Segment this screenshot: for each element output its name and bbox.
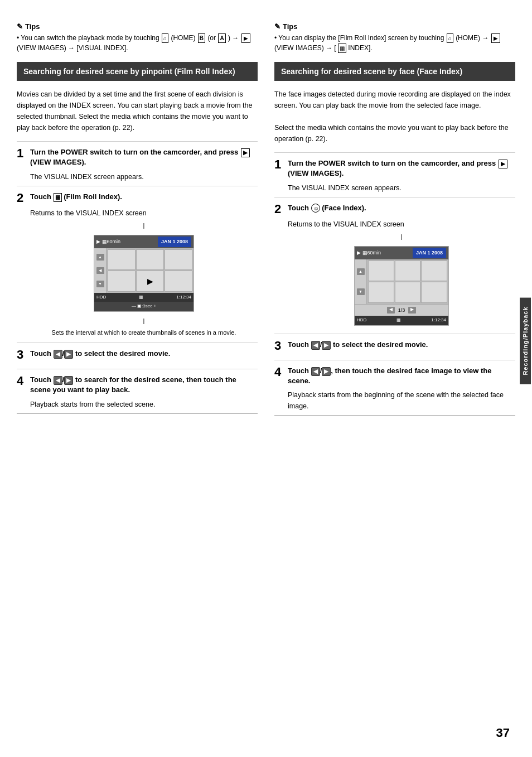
left-step-4: 4 Touch ◀/▶ to search for the desired sc…: [17, 369, 258, 413]
right-step-2: 2 Touch ☺ (Face Index). Returns to the V…: [274, 197, 515, 334]
screen-content-left: ▲ ◀ ▼ ▶: [94, 248, 194, 293]
left-step2-header: 2 Touch ▦ (Film Roll Index).: [17, 186, 258, 208]
face-screen-bottom: HDD ▦ 1:12:34: [355, 316, 448, 325]
left-section-body: Movies can be divided by a set time and …: [17, 89, 258, 133]
play-icon-left: ▶: [241, 33, 250, 43]
right-prev-scene-icon: ◀: [311, 367, 320, 376]
next-movie-icon: ▶: [64, 350, 73, 359]
face-index-screen: ▶ ▦60min JAN 1 2008 ▲ ▼: [354, 246, 449, 326]
face-nav-prev: ◀: [387, 307, 395, 314]
screen-main-left: ▶: [107, 248, 194, 293]
step1-body-left: The VISUAL INDEX screen appears.: [17, 171, 258, 186]
prev-movie-icon: ◀: [54, 350, 62, 359]
sidebar-down: ▼: [96, 281, 104, 287]
left-section-header: Searching for desired scene by pinpoint …: [17, 62, 258, 81]
film-roll-screen: ▶ ▦60min JAN 1 2008 ▲ ◀ ▼: [94, 235, 194, 312]
face-thumb-2: [395, 261, 421, 282]
a-icon: A: [218, 33, 225, 43]
step4-body-left: Playback starts from the selected scene.: [17, 399, 258, 413]
view-images-icon-1: ▶: [241, 148, 250, 157]
sidebar-up: ▲: [96, 254, 104, 261]
step4-title-left: Touch ◀/▶ to search for the desired scen…: [30, 375, 258, 395]
face-diagram-arrow-top: |: [288, 232, 515, 242]
right-step-3: 3 Touch ◀/▶ to select the desired movie.: [274, 334, 515, 355]
left-tip-text: • You can switch the playback mode by to…: [17, 33, 258, 53]
play-icon-right: ▶: [491, 33, 500, 43]
side-label-wrapper: Recording/Playback: [520, 297, 532, 384]
tip-icon-left: ✎: [17, 22, 23, 31]
film-roll-icon: ▦: [54, 193, 62, 202]
face-nav-page: 1/3: [398, 306, 405, 314]
step1-title-left: Turn the POWER switch to turn on the cam…: [30, 147, 258, 167]
left-step-1: 1 Turn the POWER switch to turn on the c…: [17, 141, 258, 185]
screen-top-bar-left: ▶ ▦60min JAN 1 2008: [94, 235, 194, 248]
step2-body-right: Returns to the VISUAL INDEX screen | ▶ ▦…: [274, 219, 515, 334]
face-screen-main: [367, 259, 448, 304]
left-step1-header: 1 Turn the POWER switch to turn on the c…: [17, 141, 258, 171]
right-step-4: 4 Touch ◀/▶, then touch the desired face…: [274, 360, 515, 416]
step3-title-right: Touch ◀/▶ to select the desired movie.: [288, 340, 428, 350]
step4-num-right: 4: [274, 366, 284, 378]
step1-num-right: 1: [274, 158, 284, 171]
thumb-play: ▶: [136, 271, 164, 292]
diagram-label-left: Sets the interval at which to create thu…: [30, 329, 258, 337]
face-thumb-3: [421, 261, 447, 282]
face-index-diagram: | ▶ ▦60min JAN 1 2008 ▲ ▼: [288, 232, 515, 326]
left-tip-section: ✎ Tips • You can switch the playback mod…: [17, 22, 258, 53]
left-tip-label: Tips: [25, 22, 40, 31]
screen-controls-left: — ▣:3sec +: [94, 302, 194, 311]
right-column: ✎ Tips • You can display the [Film Roll …: [274, 22, 515, 416]
step2-num-left: 2: [17, 192, 27, 204]
diagram-arrow-top: |: [30, 221, 258, 231]
face-screen-content: ▲ ▼: [355, 259, 448, 304]
left-step4-header: 4 Touch ◀/▶ to search for the desired sc…: [17, 369, 258, 398]
thumb-3: [165, 249, 192, 271]
face-screen-nav: ◀ 1/3 ▶: [355, 304, 448, 316]
face-thumb-1: [368, 261, 394, 282]
b-icon: B: [198, 33, 205, 43]
sidebar-left: ◀: [96, 267, 104, 274]
right-next-scene-icon: ▶: [322, 367, 331, 376]
face-index-icon-tip: ▦: [338, 44, 346, 53]
step2-title-right: Touch ☺ (Face Index).: [288, 203, 366, 213]
right-step-1: 1 Turn the POWER switch to turn on the c…: [274, 152, 515, 196]
step2-body-left: Returns to the VISUAL INDEX screen | ▶ ▦…: [17, 208, 258, 343]
right-next-movie-icon: ▶: [322, 341, 331, 350]
face-thumb-6: [421, 282, 447, 303]
step1-body-right: The VISUAL INDEX screen appears.: [274, 182, 515, 197]
thumb-4: [108, 271, 136, 292]
right-step4-header: 4 Touch ◀/▶, then touch the desired face…: [274, 360, 515, 389]
step2-num-right: 2: [274, 203, 284, 215]
side-label: Recording/Playback: [520, 297, 531, 384]
next-scene-icon: ▶: [64, 376, 73, 385]
screen-top-bar-right: ▶ ▦60min JAN 1 2008: [355, 247, 448, 259]
home-icon-right: ⌂: [447, 33, 453, 43]
screen-sidebar-left: ▲ ◀ ▼: [94, 248, 107, 293]
prev-scene-icon: ◀: [54, 376, 62, 385]
right-prev-movie-icon: ◀: [311, 341, 320, 350]
face-icon: ☺: [311, 204, 320, 213]
thumb-6: [165, 271, 192, 292]
right-step2-header: 2 Touch ☺ (Face Index).: [274, 197, 515, 219]
face-screen-sidebar: ▲ ▼: [355, 259, 367, 304]
screen-bottom-left: HDD ▦ 1:12:34: [94, 293, 194, 302]
right-section-body: The face images detected during movie re…: [274, 89, 515, 144]
face-thumb-5: [395, 282, 421, 303]
thumb-2: [136, 249, 164, 271]
step1-num-left: 1: [17, 147, 27, 160]
left-tip-title: ✎ Tips: [17, 22, 258, 31]
home-icon-left: ⌂: [162, 33, 168, 43]
right-section-header: Searching for desired scene by face (Fac…: [274, 62, 515, 81]
right-step1-header: 1 Turn the POWER switch to turn on the c…: [274, 152, 515, 182]
left-step3-header: 3 Touch ◀/▶ to select the desired movie.: [17, 343, 258, 364]
step3-title-left: Touch ◀/▶ to select the desired movie.: [30, 349, 170, 359]
step4-title-right: Touch ◀/▶, then touch the desired face i…: [288, 366, 515, 386]
step4-num-left: 4: [17, 375, 27, 387]
diagram-arrow-bottom: |: [30, 316, 258, 326]
right-tip-title: ✎ Tips: [274, 22, 515, 31]
left-step-2: 2 Touch ▦ (Film Roll Index). Returns to …: [17, 186, 258, 343]
face-nav-next: ▶: [408, 307, 416, 314]
page-number: 37: [496, 726, 510, 740]
left-column: ✎ Tips • You can switch the playback mod…: [17, 22, 258, 416]
step3-num-right: 3: [274, 340, 284, 352]
